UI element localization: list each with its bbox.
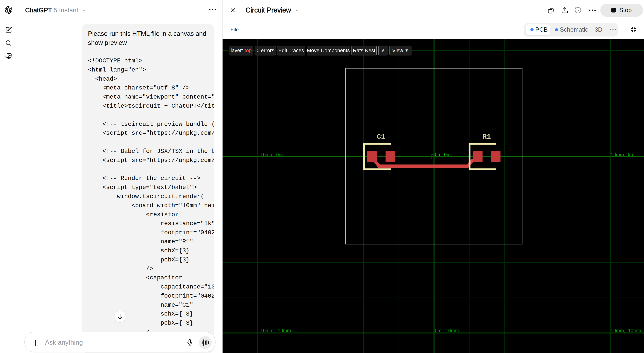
svg-text:R1: R1: [482, 133, 491, 141]
svg-text:0m, -10mm: 0m, -10mm: [435, 328, 459, 333]
svg-text:10mm, 0m: 10mm, 0m: [611, 152, 633, 157]
svg-text:10mm, -10mm: 10mm, -10mm: [611, 328, 641, 333]
svg-text:0m, 0m: 0m, 0m: [435, 152, 450, 157]
svg-text:C1: C1: [377, 133, 385, 141]
svg-text:-10mm, 0m: -10mm, 0m: [259, 152, 283, 157]
svg-text:-10mm, -10mm: -10mm, -10mm: [259, 328, 291, 333]
